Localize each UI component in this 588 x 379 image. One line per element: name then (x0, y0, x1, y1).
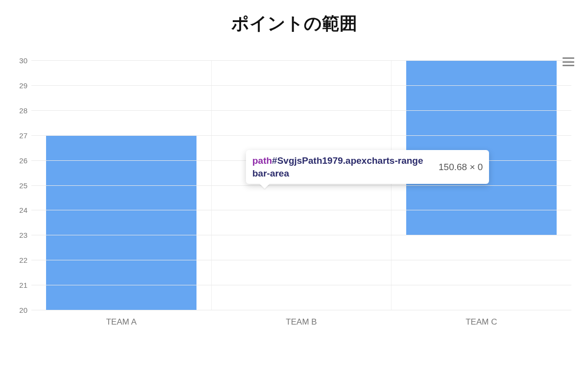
y-tick-label: 29 (13, 81, 27, 89)
chart-container: 2021222324252627282930 TEAM ATEAM BTEAM … (10, 60, 578, 327)
gridline (31, 110, 571, 111)
tooltip-tag: path (252, 155, 272, 166)
gridline (31, 60, 571, 61)
devtools-tooltip: path#SvgjsPath1979.apexcharts-rangebar-a… (246, 150, 489, 184)
range-bar[interactable] (406, 60, 557, 235)
y-tick-label: 22 (13, 256, 27, 264)
plot-area: 2021222324252627282930 (31, 60, 571, 310)
gridline (31, 135, 571, 136)
tooltip-selector-text: path#SvgjsPath1979.apexcharts-rangebar-a… (252, 154, 429, 179)
y-tick-label: 21 (13, 281, 27, 289)
range-bar[interactable] (46, 135, 196, 310)
y-tick-label: 23 (13, 231, 27, 239)
tooltip-selector: #SvgjsPath1979.apexcharts-rangebar-area (252, 155, 423, 178)
page-title: ポイントの範囲 (0, 0, 588, 41)
tooltip-dimensions: 150.68 × 0 (439, 162, 483, 173)
y-tick-label: 25 (13, 181, 27, 189)
gridline (31, 235, 571, 235)
x-tick-label: TEAM A (31, 317, 211, 327)
y-tick-label: 20 (13, 306, 27, 314)
x-axis: TEAM ATEAM BTEAM C (31, 317, 571, 327)
y-tick-label: 27 (13, 131, 27, 139)
gridline (31, 85, 571, 86)
y-tick-label: 30 (13, 56, 27, 65)
x-tick-label: TEAM B (211, 317, 391, 327)
gridline (31, 285, 571, 285)
y-tick-label: 24 (13, 206, 27, 214)
gridline (31, 260, 571, 260)
gridline (31, 310, 571, 310)
y-tick-label: 28 (13, 106, 27, 114)
y-tick-label: 26 (13, 156, 27, 164)
gridline (31, 185, 571, 186)
tooltip-arrow-icon (260, 184, 270, 189)
x-tick-label: TEAM C (392, 317, 571, 327)
gridline (31, 210, 571, 210)
